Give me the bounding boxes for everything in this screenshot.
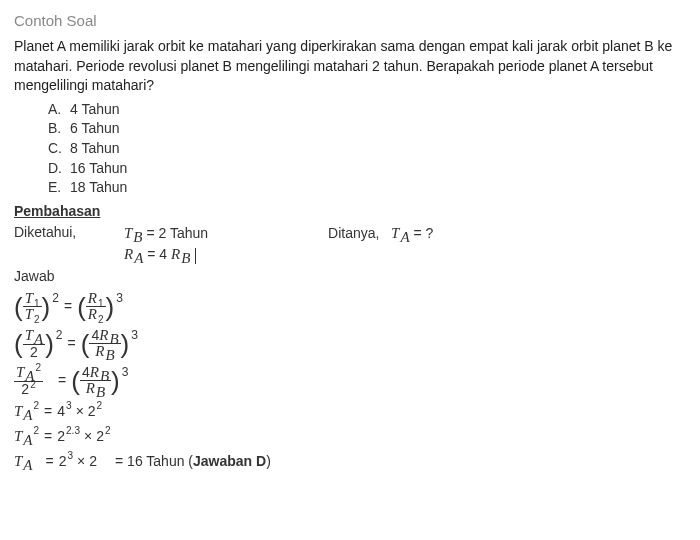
known-tb: TB = 2 Tahun: [124, 223, 208, 244]
final-answer: = 16 Tahun (Jawaban D): [115, 452, 271, 472]
equation-4: TA2 = 43 × 22: [14, 401, 686, 423]
jawab-heading: Jawab: [14, 267, 686, 287]
option-letter: C.: [48, 139, 70, 159]
option-text: 16 Tahun: [70, 159, 127, 179]
known-ra: RA = 4 RB: [124, 244, 208, 265]
text-cursor: [195, 248, 196, 264]
option-row: A. 4 Tahun: [48, 100, 686, 120]
option-letter: A.: [48, 100, 70, 120]
option-row: B. 6 Tahun: [48, 119, 686, 139]
option-letter: D.: [48, 159, 70, 179]
option-text: 6 Tahun: [70, 119, 120, 139]
option-letter: B.: [48, 119, 70, 139]
equation-6: TA = 23 × 2 = 16 Tahun (Jawaban D): [14, 451, 686, 473]
option-text: 4 Tahun: [70, 100, 120, 120]
option-row: C. 8 Tahun: [48, 139, 686, 159]
options-list: A. 4 Tahun B. 6 Tahun C. 8 Tahun D. 16 T…: [48, 100, 686, 198]
question-text: Planet A memiliki jarak orbit ke matahar…: [14, 37, 686, 96]
option-text: 8 Tahun: [70, 139, 120, 159]
pembahasan-heading: Pembahasan: [14, 202, 686, 222]
equation-1: ( T1 T2 )2 = ( R1 R2 )3: [14, 290, 686, 324]
equation-2: ( TA 2 )2 = ( 4RB RB )3: [14, 327, 686, 361]
asked-cell: Ditanya, TA = ?: [328, 223, 433, 244]
equation-5: TA2 = 22.3 × 22: [14, 426, 686, 448]
option-text: 18 Tahun: [70, 178, 127, 198]
option-row: E. 18 Tahun: [48, 178, 686, 198]
known-row: Diketahui, TB = 2 Tahun RA = 4 RB Ditany…: [14, 223, 686, 265]
equation-3: TA2 22 = ( 4RB RB )3: [14, 364, 686, 398]
page-title: Contoh Soal: [14, 10, 686, 31]
option-row: D. 16 Tahun: [48, 159, 686, 179]
diketahui-label: Diketahui,: [14, 223, 94, 243]
option-letter: E.: [48, 178, 70, 198]
